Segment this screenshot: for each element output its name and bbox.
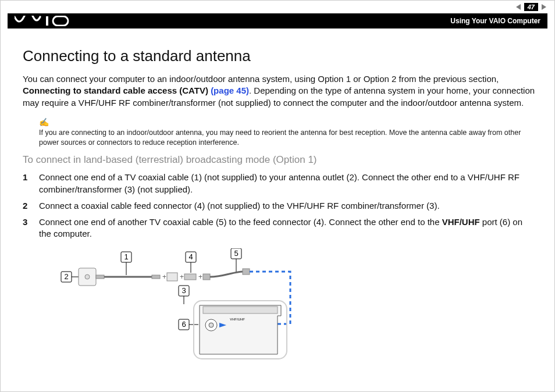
steps-list: 1 Connect one end of a TV coaxial cable …	[23, 172, 537, 240]
page-45-link[interactable]: (page 45)	[211, 85, 249, 95]
step-text: Connect one end of a TV coaxial cable (1…	[39, 172, 537, 195]
plus-icon: +	[198, 273, 202, 281]
step-text: Connect a coaxial cable feed connector (…	[39, 200, 440, 212]
step-2: 2 Connect a coaxial cable feed connector…	[23, 200, 537, 212]
pen-icon: ✍	[39, 117, 537, 128]
prev-page-icon[interactable]	[516, 4, 521, 10]
page-title: Connecting to a standard antenna	[23, 47, 537, 65]
page-number: 47	[524, 3, 538, 11]
note-block: ✍ If you are connecting to an indoor/out…	[39, 117, 537, 148]
diagram-label-5: 5	[234, 249, 238, 258]
step-text: Connect one end of another TV coaxial ca…	[39, 216, 537, 240]
diagram-label-2: 2	[64, 272, 68, 281]
diagram-label-3: 3	[182, 286, 186, 295]
antenna-outlet-icon	[79, 268, 96, 286]
svg-rect-19	[167, 273, 177, 281]
svg-rect-1	[53, 16, 68, 26]
svg-rect-0	[46, 16, 48, 26]
svg-rect-20	[184, 274, 196, 280]
subheading: To connect in land-based (terrestrial) b…	[23, 154, 537, 166]
step-1: 1 Connect one end of a TV coaxial cable …	[23, 172, 537, 195]
diagram-label-4: 4	[188, 252, 193, 261]
intro-paragraph: You can connect your computer to an indo…	[23, 73, 537, 109]
step-3: 3 Connect one end of another TV coaxial …	[23, 216, 537, 240]
intro-bold: Connecting to standard cable access (CAT…	[23, 85, 211, 95]
coax-cable-1-icon	[96, 275, 160, 279]
plus-icon: +	[162, 273, 166, 281]
vhf-uhf-port-label: VHF/UHF	[230, 318, 245, 321]
page-nav: 47	[516, 3, 546, 11]
svg-point-25	[209, 323, 214, 327]
computer-corner-icon: VHF/UHF	[200, 305, 281, 354]
svg-point-15	[85, 275, 90, 279]
step-number: 3	[23, 216, 31, 240]
diagram-label-1: 1	[124, 252, 128, 261]
svg-rect-23	[203, 307, 278, 313]
header-bar: Using Your VAIO Computer	[8, 13, 547, 28]
svg-rect-22	[243, 269, 250, 275]
section-label: Using Your VAIO Computer	[450, 17, 540, 25]
vaio-logo-icon	[15, 16, 70, 26]
diagram-label-6: 6	[182, 320, 186, 329]
intro-text-1: You can connect your computer to an indo…	[23, 74, 499, 84]
plus-icon: +	[180, 273, 184, 281]
manual-page: 47 Using Your VAIO Computer Connecting t…	[0, 0, 555, 392]
note-text: If you are connecting to an indoor/outdo…	[39, 129, 521, 147]
combiner-transformer-icon	[167, 273, 177, 281]
connection-diagram: 1 4 5 2 3 6	[42, 248, 537, 367]
svg-rect-21	[203, 274, 210, 280]
feed-connector-icon	[184, 274, 196, 280]
coax-cable-5-icon	[203, 269, 250, 280]
page-content: Connecting to a standard antenna You can…	[23, 47, 537, 367]
step-number: 2	[23, 200, 31, 212]
svg-rect-16	[96, 275, 104, 279]
step-number: 1	[23, 172, 31, 195]
next-page-icon[interactable]	[542, 4, 546, 10]
svg-rect-18	[152, 275, 160, 279]
